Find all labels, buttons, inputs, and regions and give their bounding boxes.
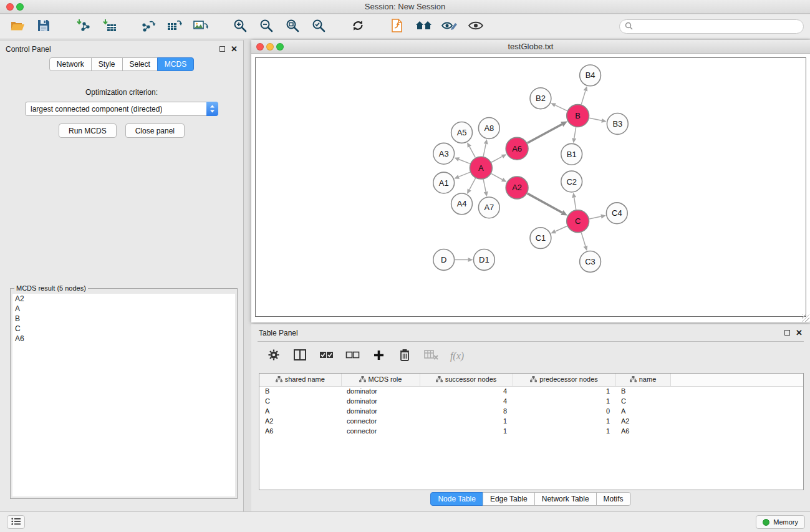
network-edge-C-C1[interactable] [556,226,567,231]
plus-icon [374,350,384,362]
network-edge-A-A2[interactable] [491,173,503,180]
network-edge-B-B4[interactable] [581,91,586,105]
task-history-button[interactable] [7,515,25,529]
zoom-out-button[interactable] [255,17,277,37]
mcds-result-item[interactable]: C [12,324,235,334]
table-row-B[interactable]: Bdominator41B [259,386,803,396]
network-edge-A-A8[interactable] [483,144,486,157]
network-edge-B-B2[interactable] [555,105,567,111]
network-edge-A-A1[interactable] [459,172,470,177]
close-window-button[interactable] [6,3,14,11]
node-label-B3: B3 [612,119,622,128]
mcds-result-list[interactable]: A2ABCA6 [12,294,235,496]
cell-name: A2 [615,416,670,426]
network-close-button[interactable] [256,43,264,51]
import-network-button[interactable] [72,17,94,37]
cell-successor-nodes: 8 [420,406,513,416]
show-details-button[interactable] [465,17,487,37]
zoom-in-button[interactable] [229,17,251,37]
network-edge-A2-C[interactable] [528,193,562,213]
column-header-successor-nodes[interactable]: successor nodes [420,374,513,386]
network-zoom-button[interactable] [276,43,284,51]
table-row-A[interactable]: Adominator80A [259,406,803,416]
refresh-layout-button[interactable] [347,17,369,37]
delete-table-button[interactable] [422,347,440,365]
add-column-button[interactable] [370,347,387,365]
table-row-A2[interactable]: A2connector11A2 [259,416,803,426]
export-network-button[interactable] [137,17,160,37]
close-panel-button[interactable]: Close panel [125,123,185,138]
search-field[interactable] [619,19,804,34]
column-header-name[interactable]: name [615,374,670,386]
network-edge-A-A6[interactable] [491,157,502,162]
float-table-panel-icon[interactable] [784,330,790,336]
home-views-button[interactable] [412,17,435,37]
mcds-result-item[interactable]: A2 [12,294,235,304]
cell-name: B [615,386,670,396]
column-header-predecessor-nodes[interactable]: predecessor nodes [513,374,615,386]
zoom-selected-button[interactable] [307,17,330,37]
table-settings-button[interactable] [265,347,282,365]
column-header-shared-name[interactable]: shared name [259,374,341,386]
mcds-result-item[interactable]: A [12,304,235,314]
close-table-panel-icon[interactable]: ✕ [796,329,803,337]
memory-status-icon [763,519,769,526]
network-minimize-button[interactable] [266,43,274,51]
table-panel-tabs: Node TableEdge TableNetwork TableMotifs [251,492,810,506]
cell-filler [670,416,803,426]
tab-motifs[interactable]: Motifs [596,492,631,506]
network-edge-C-C4[interactable] [589,216,601,219]
mcds-result-item[interactable]: A6 [12,334,235,344]
table-row-C[interactable]: Cdominator41C [259,396,803,406]
node-label-A7: A7 [484,203,494,212]
tab-network[interactable]: Network [49,57,92,71]
network-canvas-svg[interactable]: B4B2BB3A5A8A6A3B1AC2A1A2A4A7C4CC1DD1C3 [256,58,806,316]
table-row-A6[interactable]: A6connector11A6 [259,426,803,436]
tab-mcds[interactable]: MCDS [157,57,194,71]
network-edge-B-B3[interactable] [589,118,602,120]
network-edge-C-C2[interactable] [574,198,576,210]
show-columns-button[interactable] [291,347,309,365]
network-edge-A6-B[interactable] [528,124,562,143]
export-image-icon [193,19,208,34]
export-table-button[interactable] [163,17,186,37]
tab-select[interactable]: Select [122,57,158,71]
import-table-button[interactable] [98,17,120,37]
network-edge-A-A3[interactable] [459,160,470,164]
control-panel: Control Panel ✕ NetworkStyleSelectMCDS O… [0,40,244,511]
deselect-all-button[interactable] [344,347,361,365]
network-canvas[interactable]: B4B2BB3A5A8A6A3B1AC2A1A2A4A7C4CC1DD1C3 [255,57,806,317]
tab-edge-table[interactable]: Edge Table [483,492,535,506]
mcds-result-item[interactable]: B [12,314,235,324]
cell-shared-name: A [259,406,341,416]
tab-network-table[interactable]: Network Table [534,492,597,506]
search-input[interactable] [636,22,798,31]
memory-button[interactable]: Memory [756,515,805,529]
column-header-MCDS-role[interactable]: MCDS role [341,374,420,386]
open-session-button[interactable] [6,17,29,37]
optimization-criterion-label: Optimization criterion: [0,88,243,97]
run-mcds-button[interactable]: Run MCDS [59,123,117,138]
zoom-fit-button[interactable] [281,17,304,37]
network-edge-A-A5[interactable] [470,147,475,157]
annotate-view-button[interactable] [438,17,461,37]
criterion-dropdown[interactable]: largest connected component (directed) [25,102,218,116]
function-builder-button[interactable]: f(x) [448,347,466,365]
delete-column-button[interactable] [396,347,413,365]
tab-style[interactable]: Style [91,57,123,71]
float-panel-icon[interactable] [219,46,225,52]
close-panel-icon[interactable]: ✕ [231,45,238,53]
network-edge-A-A4[interactable] [470,178,476,190]
document-export-button[interactable] [386,17,408,37]
zoom-window-button[interactable] [16,3,24,11]
network-edge-C-C3[interactable] [581,233,586,246]
save-session-button[interactable] [32,17,55,37]
select-all-button[interactable] [317,347,335,365]
network-edge-A-A7[interactable] [483,180,486,192]
column-tree-icon [630,376,637,384]
network-edge-B-B1[interactable] [574,127,576,138]
resize-grip[interactable] [802,314,809,322]
tab-node-table[interactable]: Node Table [430,492,483,506]
export-image-button[interactable] [190,17,212,37]
table-panel-title: Table Panel [259,329,298,337]
